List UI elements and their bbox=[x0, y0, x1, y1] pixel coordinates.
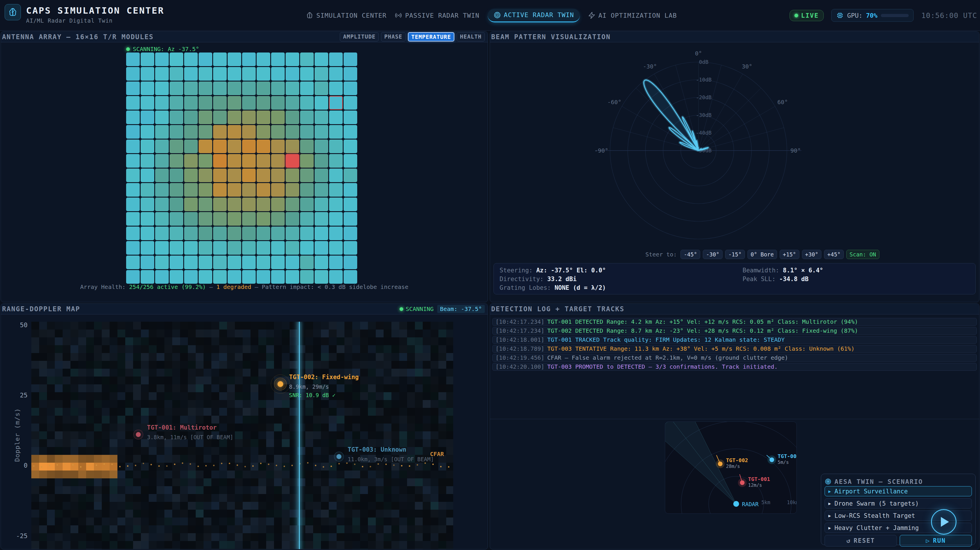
tr-module-cell bbox=[315, 67, 328, 81]
rd-noise-cell bbox=[266, 400, 274, 408]
tr-module-cell bbox=[271, 125, 285, 139]
rd-noise-cell bbox=[438, 494, 446, 502]
tr-module-cell bbox=[141, 81, 154, 95]
rd-noise-cell bbox=[31, 330, 39, 337]
rd-noise-cell bbox=[70, 361, 78, 369]
steer-button-30[interactable]: -30° bbox=[703, 250, 722, 259]
rd-noise-cell bbox=[204, 470, 212, 478]
rd-noise-cell bbox=[337, 502, 344, 510]
rd-noise-cell bbox=[352, 463, 360, 470]
rd-noise-cell bbox=[391, 533, 399, 541]
rd-noise-cell bbox=[337, 361, 344, 369]
rd-noise-cell bbox=[180, 408, 188, 416]
scenario-item-drone-swarm-5-targets-[interactable]: ▶Drone Swarm (5 targets) bbox=[824, 498, 972, 509]
rd-noise-cell bbox=[227, 345, 235, 353]
rd-noise-cell bbox=[352, 416, 360, 424]
rd-noise-cell bbox=[376, 408, 383, 416]
rd-noise-cell bbox=[31, 439, 39, 447]
steer-button-15[interactable]: -15° bbox=[725, 250, 745, 259]
rd-noise-cell bbox=[149, 330, 157, 337]
rd-noise-cell bbox=[188, 510, 196, 518]
play-button[interactable] bbox=[931, 509, 956, 535]
tr-module-cell bbox=[256, 110, 270, 124]
rd-noise-cell bbox=[274, 525, 282, 533]
rd-noise-cell bbox=[141, 384, 149, 392]
rd-noise-cell bbox=[172, 533, 180, 541]
steer-button-0Bore[interactable]: 0° Bore bbox=[748, 250, 777, 259]
rd-noise-cell bbox=[321, 431, 329, 439]
scan-toggle[interactable]: Scan: ON bbox=[846, 250, 880, 259]
rd-noise-cell bbox=[133, 470, 141, 478]
tr-module-cell bbox=[329, 241, 343, 255]
cfar-threshold-dot bbox=[260, 463, 261, 464]
rd-noise-cell bbox=[212, 439, 219, 447]
tab-amplitude[interactable]: AMPLITUDE bbox=[340, 32, 379, 41]
rd-noise-cell bbox=[274, 361, 282, 369]
tr-module-cell bbox=[213, 154, 227, 168]
rd-noise-cell bbox=[31, 384, 39, 392]
tr-module-cell bbox=[199, 169, 212, 182]
rd-noise-cell bbox=[337, 470, 344, 478]
steer-button-45[interactable]: +45° bbox=[824, 250, 844, 259]
nav-item-passive-radar-twin[interactable]: PASSIVE RADAR TWIN bbox=[395, 11, 479, 19]
tr-module-cell bbox=[242, 96, 256, 110]
rd-noise-cell bbox=[344, 337, 352, 345]
rd-noise-cell bbox=[337, 424, 344, 431]
rd-noise-cell bbox=[415, 337, 423, 345]
rd-noise-cell bbox=[383, 494, 391, 502]
reset-button[interactable]: ↺RESET bbox=[824, 535, 897, 547]
rd-noise-cell bbox=[423, 424, 431, 431]
tr-module-cell bbox=[286, 226, 299, 240]
rd-noise-cell bbox=[282, 439, 290, 447]
tr-module-cell bbox=[286, 81, 299, 95]
tab-health[interactable]: HEALTH bbox=[457, 32, 485, 41]
rd-noise-cell bbox=[172, 549, 180, 549]
steer-button-30[interactable]: +30° bbox=[802, 250, 822, 259]
rd-noise-cell bbox=[39, 361, 47, 369]
rd-noise-cell bbox=[274, 541, 282, 549]
rd-noise-cell bbox=[149, 345, 157, 353]
rd-noise-cell bbox=[352, 424, 360, 431]
rd-noise-cell bbox=[196, 345, 204, 353]
rd-noise-cell bbox=[78, 400, 86, 408]
rd-noise-cell bbox=[446, 525, 453, 533]
rd-noise-cell bbox=[78, 353, 86, 361]
rd-noise-cell bbox=[204, 502, 212, 510]
run-button[interactable]: ▷RUN bbox=[900, 535, 972, 547]
tab-phase[interactable]: PHASE bbox=[381, 32, 405, 41]
tr-module-cell bbox=[170, 169, 183, 182]
svg-text:TGT-002: TGT-002 bbox=[726, 457, 748, 463]
rd-noise-cell bbox=[250, 431, 258, 439]
nav-item-active-radar-twin[interactable]: ACTIVE RADAR TWIN bbox=[488, 9, 580, 22]
tr-module-cell bbox=[286, 125, 299, 139]
rd-noise-cell bbox=[219, 330, 227, 337]
rd-noise-cell bbox=[227, 518, 235, 525]
rd-noise-cell bbox=[78, 408, 86, 416]
rd-noise-cell bbox=[344, 486, 352, 494]
rd-noise-cell bbox=[219, 384, 227, 392]
svg-text:28m/s: 28m/s bbox=[726, 464, 740, 469]
rd-y-tick: -25 bbox=[3, 532, 27, 540]
tr-module-cell bbox=[141, 212, 154, 226]
rd-noise-cell bbox=[431, 408, 438, 416]
cfar-threshold-dot bbox=[237, 464, 238, 466]
rd-noise-cell bbox=[250, 502, 258, 510]
steer-button-45[interactable]: -45° bbox=[681, 250, 700, 259]
nav-item-ai-optimization-lab[interactable]: AI OPTIMIZATION LAB bbox=[588, 11, 677, 19]
steer-button-15[interactable]: +15° bbox=[780, 250, 799, 259]
rd-noise-cell bbox=[446, 330, 453, 337]
antenna-view-tabs: AMPLITUDEPHASETEMPERATUREHEALTH bbox=[340, 32, 485, 41]
rd-noise-cell bbox=[243, 533, 250, 541]
rd-noise-cell bbox=[329, 518, 337, 525]
rd-noise-cell bbox=[258, 478, 266, 486]
rd-noise-cell bbox=[180, 533, 188, 541]
rd-noise-cell bbox=[55, 384, 63, 392]
rd-noise-cell bbox=[243, 400, 250, 408]
tab-temperature[interactable]: TEMPERATURE bbox=[408, 32, 455, 41]
rd-noise-cell bbox=[407, 392, 415, 400]
rd-noise-cell bbox=[274, 439, 282, 447]
nav-item-simulation-center[interactable]: SIMULATION CENTER bbox=[306, 11, 387, 19]
scenario-item-airport-surveillance[interactable]: ▶Airport Surveillance bbox=[824, 486, 972, 496]
rd-noise-cell bbox=[188, 345, 196, 353]
rd-noise-cell bbox=[196, 494, 204, 502]
